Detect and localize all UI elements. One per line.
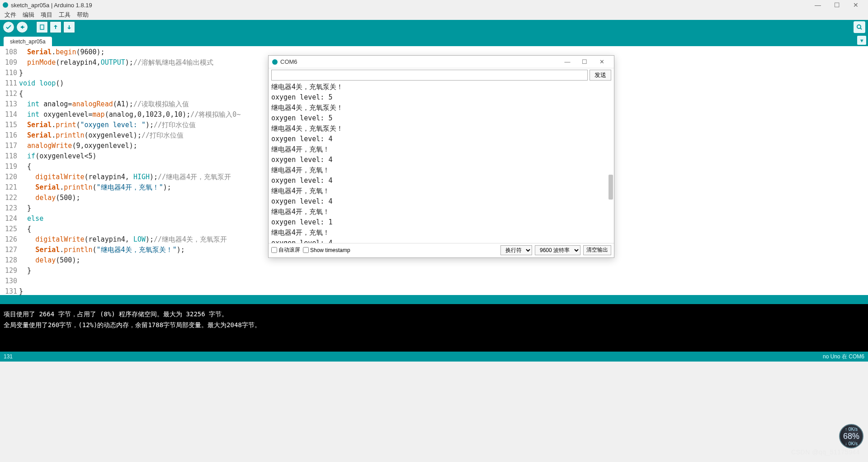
status-line-number: 131 (4, 353, 13, 360)
console-output: 项目使用了 2664 字节，占用了 (8%) 程序存储空间。最大为 32256 … (0, 304, 868, 352)
serial-line: 继电器4关，充氧泵关！ (271, 82, 611, 92)
serial-title: COM6 (280, 58, 297, 65)
timestamp-label: Show timestamp (310, 247, 350, 253)
console-line: 全局变量使用了260字节，(12%)的动态内存，余留1788字节局部变量。最大为… (4, 319, 864, 330)
serial-title-bar[interactable]: COM6 — ☐ ✕ (269, 56, 614, 68)
line-gutter: 1081091101111121131141151161171181191201… (0, 46, 19, 295)
verify-button[interactable] (3, 21, 14, 33)
serial-monitor-button[interactable] (854, 21, 865, 33)
title-bar: sketch_apr05a | Arduino 1.8.19 — ☐ ✕ (0, 0, 868, 10)
serial-line: 继电器4开，充氧！ (271, 144, 611, 155)
serial-input-row: 发送 (269, 68, 614, 82)
serial-send-button[interactable]: 发送 (590, 70, 611, 81)
toolbar (0, 20, 868, 34)
serial-output[interactable]: 继电器4关，充氧泵关！oxygen level: 5继电器4关，充氧泵关！oxy… (269, 82, 614, 243)
tab-menu-button[interactable]: ▾ (857, 36, 866, 45)
minimize-button[interactable]: — (808, 0, 827, 10)
scrollbar-thumb[interactable] (609, 175, 613, 200)
open-button[interactable] (50, 21, 61, 33)
serial-line: 继电器4开，充氧！ (271, 186, 611, 196)
serial-maximize-button[interactable]: ☐ (576, 57, 593, 67)
serial-line: oxygen level: 1 (271, 217, 611, 228)
new-button[interactable] (36, 21, 48, 33)
netspeed-up: ↑ 0K/s (845, 427, 858, 432)
line-ending-select[interactable]: 换行符 (500, 245, 532, 255)
console-line: 项目使用了 2664 字节，占用了 (8%) 程序存储空间。最大为 32256 … (4, 309, 864, 319)
close-button[interactable]: ✕ (846, 0, 865, 10)
menu-sketch[interactable]: 项目 (39, 11, 54, 19)
serial-line: oxygen level: 5 (271, 92, 611, 103)
serial-line: 继电器4开，充氧！ (271, 165, 611, 176)
serial-line: oxygen level: 4 (271, 196, 611, 207)
autoscroll-label: 自动滚屏 (278, 246, 300, 254)
clear-output-button[interactable]: 清空输出 (583, 245, 611, 255)
autoscroll-checkbox[interactable]: 自动滚屏 (271, 246, 300, 254)
serial-footer: 自动滚屏 Show timestamp 换行符 9600 波特率 清空输出 (269, 243, 614, 257)
serial-line: oxygen level: 4 (271, 176, 611, 186)
serial-line: oxygen level: 4 (271, 155, 611, 165)
watermark: CSDN @qq_51175944 (791, 448, 860, 456)
serial-line: 继电器4开，充氧！ (271, 207, 611, 217)
menu-help[interactable]: 帮助 (75, 11, 90, 19)
serial-monitor-window[interactable]: COM6 — ☐ ✕ 发送 继电器4关，充氧泵关！oxygen level: 5… (268, 55, 614, 258)
serial-close-button[interactable]: ✕ (593, 57, 610, 67)
baud-rate-select[interactable]: 9600 波特率 (535, 245, 580, 255)
window-title: sketch_apr05a | Arduino 1.8.19 (11, 2, 92, 9)
serial-line: oxygen level: 4 (271, 134, 611, 144)
netspeed-down: ↓ 0K/s (845, 441, 858, 446)
divider-bar (0, 295, 868, 304)
serial-line: 继电器4开，充氧！ (271, 228, 611, 238)
status-bar: 131 no Uno 在 COM6 (0, 352, 868, 362)
svg-point-1 (857, 25, 861, 29)
serial-input[interactable] (271, 70, 588, 81)
maximize-button[interactable]: ☐ (827, 0, 846, 10)
netspeed-widget[interactable]: ↑ 0K/s 68% ↓ 0K/s (839, 424, 863, 448)
serial-line: oxygen level: 5 (271, 113, 611, 124)
netspeed-percent: 68% (843, 432, 859, 441)
status-port: no Uno 在 COM6 (823, 353, 864, 361)
menu-bar: 文件 编辑 项目 工具 帮助 (0, 10, 868, 20)
menu-edit[interactable]: 编辑 (21, 11, 36, 19)
tab-sketch[interactable]: sketch_apr05a (4, 37, 52, 46)
tab-strip: sketch_apr05a ▾ (0, 34, 868, 46)
arduino-icon (272, 59, 278, 65)
serial-line: 继电器4关，充氧泵关！ (271, 124, 611, 134)
arduino-icon (3, 2, 8, 8)
timestamp-input[interactable] (303, 247, 309, 253)
serial-line: oxygen level: 4 (271, 238, 611, 243)
svg-rect-0 (40, 25, 44, 29)
menu-tools[interactable]: 工具 (57, 11, 72, 19)
serial-line: 继电器4关，充氧泵关！ (271, 103, 611, 113)
menu-file[interactable]: 文件 (3, 11, 18, 19)
upload-button[interactable] (16, 21, 28, 33)
save-button[interactable] (63, 21, 75, 33)
autoscroll-input[interactable] (271, 247, 277, 253)
tab-label: sketch_apr05a (10, 38, 46, 45)
timestamp-checkbox[interactable]: Show timestamp (303, 247, 350, 253)
serial-minimize-button[interactable]: — (559, 57, 576, 67)
